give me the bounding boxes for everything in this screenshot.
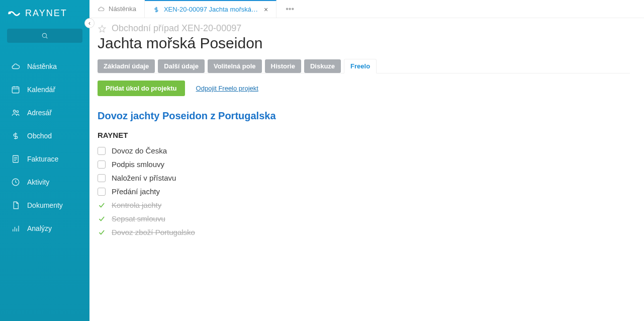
task-label: Podpis smlouvy — [112, 160, 164, 169]
detail-tab-basic[interactable]: Základní údaje — [98, 59, 155, 73]
task-label: Sepsat smlouvu — [112, 214, 165, 223]
checkbox-icon[interactable] — [98, 160, 106, 169]
main: Nástěnka XEN-20-00097 Jachta mořská… × •… — [89, 0, 644, 321]
sidebar-item-fakturace[interactable]: Fakturace — [0, 147, 89, 171]
sidebar-item-aktivity[interactable]: Aktivity — [0, 171, 89, 194]
sidebar-nav: Nástěnka Kalendář Adresář Obchod Faktura… — [0, 52, 89, 243]
chart-icon — [11, 224, 20, 233]
breadcrumb: Obchodní případ XEN-20-00097 — [98, 23, 630, 34]
tab-dashboard[interactable]: Nástěnka — [89, 0, 145, 18]
task-label: Dovoz zboží Portugalsko — [112, 228, 195, 236]
task-label: Dovoz do Česka — [112, 146, 167, 155]
sidebar-collapse-button[interactable]: ‹ — [84, 18, 95, 28]
sidebar-item-label: Fakturace — [27, 155, 58, 163]
tab-label: XEN-20-00097 Jachta mořská… — [164, 6, 258, 13]
freelo-project-title[interactable]: Dovoz jachty Poseidon z Portugalska — [98, 110, 630, 122]
svg-line-2 — [46, 37, 48, 39]
task-item[interactable]: Předání jachty — [98, 187, 630, 196]
brand-logo-icon — [7, 9, 21, 19]
svg-marker-20 — [99, 25, 106, 32]
task-label: Předání jachty — [112, 187, 160, 196]
sidebar-item-dokumenty[interactable]: Dokumenty — [0, 194, 89, 217]
sidebar-item-analyzy[interactable]: Analýzy — [0, 217, 89, 240]
task-label: Kontrola jachty — [112, 201, 161, 209]
check-icon[interactable] — [98, 201, 106, 209]
checkbox-icon[interactable] — [98, 147, 106, 155]
calendar-icon — [11, 85, 20, 94]
sidebar-item-adresar[interactable]: Adresář — [0, 101, 89, 124]
sidebar-item-kalendar[interactable]: Kalendář — [0, 78, 89, 101]
tab-more-button[interactable]: ••• — [277, 0, 303, 18]
invoice-icon — [11, 154, 20, 164]
detail-tab-freelo[interactable]: Freelo — [344, 59, 377, 73]
cloud-icon — [11, 62, 20, 71]
check-icon[interactable] — [98, 228, 106, 236]
brand: RAYNET — [0, 0, 89, 24]
clock-icon — [11, 178, 20, 187]
detail-tab-more[interactable]: Další údaje — [158, 59, 205, 73]
page-title: Jachta mořská Poseidon — [98, 35, 630, 52]
task-item[interactable]: Sepsat smlouvu — [98, 214, 630, 223]
actions-row: Přidat úkol do projektu Odpojit Freelo p… — [98, 81, 630, 96]
sidebar-item-obchod[interactable]: Obchod — [0, 124, 89, 147]
add-task-button[interactable]: Přidat úkol do projektu — [98, 81, 185, 96]
task-item[interactable]: Dovoz do Česka — [98, 146, 630, 155]
document-icon — [11, 201, 20, 210]
sidebar-item-label: Dokumenty — [27, 201, 63, 209]
dollar-icon — [11, 131, 20, 140]
contacts-icon — [11, 108, 20, 117]
tab-label: Nástěnka — [109, 5, 136, 13]
sidebar-item-label: Aktivity — [27, 178, 49, 186]
task-item[interactable]: Podpis smlouvy — [98, 160, 630, 169]
sidebar-item-label: Nástěnka — [27, 62, 57, 70]
detail-tabs: Základní údaje Další údaje Volitelná pol… — [98, 59, 630, 73]
star-icon[interactable] — [98, 24, 107, 33]
detail-tab-discussion[interactable]: Diskuze — [304, 59, 341, 73]
freelo-group-title: RAYNET — [98, 131, 630, 139]
task-item[interactable]: Naložení v přístavu — [98, 174, 630, 182]
sidebar-item-label: Analýzy — [27, 224, 52, 232]
task-item[interactable]: Dovoz zboží Portugalsko — [98, 228, 630, 236]
unlink-freelo-link[interactable]: Odpojit Freelo projekt — [196, 85, 258, 92]
sidebar-item-label: Obchod — [27, 132, 52, 140]
search-input[interactable] — [7, 29, 82, 43]
svg-point-8 — [17, 111, 19, 113]
svg-point-7 — [14, 110, 16, 113]
search-icon — [41, 32, 48, 39]
check-icon[interactable] — [98, 215, 106, 223]
svg-point-1 — [42, 33, 46, 37]
content: Obchodní případ XEN-20-00097 Jachta mořs… — [89, 18, 644, 321]
task-list: Dovoz do Česka Podpis smlouvy Naložení v… — [98, 146, 630, 236]
checkbox-icon[interactable] — [98, 174, 106, 182]
tab-deal-active[interactable]: XEN-20-00097 Jachta mořská… × — [145, 0, 277, 18]
sidebar-item-label: Kalendář — [27, 86, 55, 94]
checkbox-icon[interactable] — [98, 188, 106, 196]
task-label: Naložení v přístavu — [112, 174, 176, 182]
cloud-icon — [98, 6, 105, 13]
tabbar: Nástěnka XEN-20-00097 Jachta mořská… × •… — [89, 0, 644, 18]
task-item[interactable]: Kontrola jachty — [98, 201, 630, 209]
dollar-icon — [153, 6, 160, 13]
close-icon[interactable]: × — [264, 6, 268, 14]
breadcrumb-text: Obchodní případ XEN-20-00097 — [112, 23, 241, 34]
sidebar-item-nastenka[interactable]: Nástěnka — [0, 55, 89, 78]
brand-name: RAYNET — [25, 8, 67, 19]
sidebar-item-label: Adresář — [27, 109, 52, 117]
detail-tab-custom[interactable]: Volitelná pole — [208, 59, 262, 73]
svg-rect-3 — [12, 87, 19, 93]
detail-tab-history[interactable]: Historie — [265, 59, 301, 73]
svg-point-0 — [9, 11, 11, 14]
sidebar: RAYNET ‹ Nástěnka Kalendář Adresář Obcho… — [0, 0, 89, 321]
